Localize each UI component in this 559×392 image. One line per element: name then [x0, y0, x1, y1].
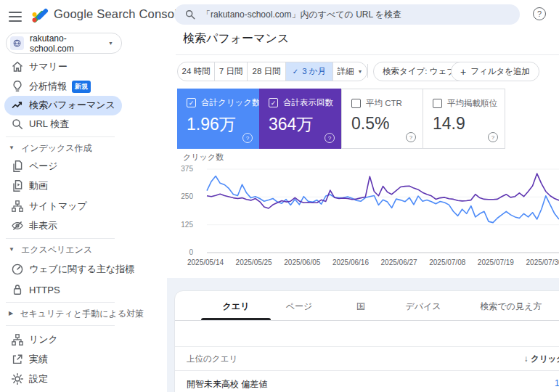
tab-search-appearance[interactable]: 検索での見え方 [481, 301, 542, 313]
metric-value: 14.9 [433, 114, 465, 134]
range-28d-button[interactable]: 28 日間 [247, 62, 285, 81]
metric-label: 合計クリック数 [201, 97, 261, 108]
sidebar-item-label: 検索パフォーマンス [29, 99, 115, 112]
sidebar-item-label: 分析情報 [29, 80, 67, 93]
search-console-logo-icon [30, 6, 49, 23]
range-24h-button[interactable]: 24 時間 [178, 62, 214, 81]
sidebar-item-label: リンク [29, 333, 58, 346]
tab-queries[interactable]: クエリ [223, 301, 250, 313]
triangle-down-icon: ▼ [9, 247, 15, 253]
metric-label: 平均 CTR [366, 98, 402, 109]
sidebar-item-achievements[interactable]: 実績 [0, 350, 167, 369]
metric-card-total-clicks[interactable]: ✓ 合計クリック数 1.96万 ? [177, 89, 259, 149]
help-icon[interactable]: ? [406, 132, 416, 142]
section-experience[interactable]: ▼ エクスペリエンス [0, 244, 167, 256]
property-icon [10, 36, 24, 50]
divider [175, 370, 559, 371]
metric-label: 合計表示回数 [283, 97, 333, 108]
y-axis-tick: 250 [170, 192, 193, 200]
sidebar-item-sitemaps[interactable]: サイトマップ [0, 197, 167, 216]
section-label: セキュリティと手動による対策 [20, 308, 144, 320]
sidebar-item-links[interactable]: リンク [0, 330, 167, 349]
divider [6, 136, 115, 137]
section-indexing[interactable]: ▼ インデックス作成 [0, 142, 167, 154]
metric-card-average-position[interactable]: 平均掲載順位 14.9 ? [423, 89, 505, 149]
checkbox-checked-icon[interactable]: ✓ [269, 98, 278, 107]
help-icon[interactable]: ? [488, 132, 498, 142]
search-placeholder: 「rakutano-school.com」内のすべての URL を検査 [202, 9, 401, 21]
divider [6, 325, 115, 326]
help-icon[interactable]: ? [242, 133, 253, 143]
performance-icon [11, 99, 24, 112]
triangle-down-icon: ▼ [9, 145, 15, 151]
x-axis-tick: 2025/07/19 [478, 258, 514, 266]
checkbox-checked-icon[interactable]: ✓ [187, 98, 196, 107]
sidebar-item-settings[interactable]: 設定 [0, 369, 167, 388]
check-icon: ✓ [293, 68, 298, 75]
sidebar-item-insights[interactable]: 分析情報 新規 [0, 77, 167, 96]
metric-value: 0.5% [351, 114, 389, 134]
property-selector[interactable]: rakutano-school.com ▼ [6, 33, 122, 54]
sidebar-item-https[interactable]: HTTPS [0, 280, 167, 299]
metric-card-total-impressions[interactable]: ✓ 合計表示回数 364万 ? [259, 89, 341, 149]
sidebar-item-label: ウェブに関する主な指標 [29, 263, 134, 276]
x-axis-tick: 2025/06/27 [381, 258, 417, 266]
sidebar-item-summary[interactable]: サマリー [0, 57, 167, 76]
checkbox-unchecked-icon[interactable] [351, 99, 361, 108]
triangle-right-icon: ▶ [9, 311, 13, 317]
property-name: rakutano-school.com [30, 33, 108, 54]
divider [6, 302, 115, 303]
magnifier-icon [11, 118, 24, 131]
google-search-console-window: Google Search Console 「rakutano-school.c… [0, 0, 559, 392]
metric-label: 平均掲載順位 [447, 98, 497, 109]
eye-off-icon [11, 219, 24, 232]
chart-line [207, 176, 559, 223]
metric-card-average-ctr[interactable]: 平均 CTR 0.5% ? [341, 89, 423, 149]
sidebar-item-search-performance[interactable]: 検索パフォーマンス [0, 96, 167, 115]
pages-icon [11, 160, 24, 173]
range-custom-button[interactable]: 詳細 ▼ [332, 62, 367, 81]
x-axis-tick: 2025/06/05 [284, 258, 320, 266]
date-range-selector: 24 時間 7 日間 28 日間 ✓ 3 か月 詳細 ▼ [177, 62, 367, 81]
sitemap-icon [11, 200, 24, 213]
sidebar-item-core-web-vitals[interactable]: ウェブに関する主な指標 [0, 260, 167, 279]
tab-countries[interactable]: 国 [356, 301, 365, 313]
y-axis-tick: 125 [170, 221, 193, 229]
table-header-queries[interactable]: 上位のクエリ [187, 354, 237, 364]
divider [175, 320, 559, 321]
tab-devices[interactable]: デバイス [405, 301, 441, 313]
top-header: Google Search Console 「rakutano-school.c… [0, 0, 559, 29]
checkbox-unchecked-icon[interactable] [433, 99, 442, 108]
help-icon[interactable]: ? [533, 7, 546, 20]
section-security-manual-actions[interactable]: ▶ セキュリティと手動による対策 [0, 308, 167, 319]
sidebar-item-label: 設定 [29, 372, 48, 385]
table-row-query[interactable]: 開智未来高校 偏差値 [187, 378, 267, 391]
sidebar-item-removals[interactable]: 非表示 [0, 216, 167, 235]
help-icon[interactable]: ? [325, 133, 335, 143]
sidebar-item-videos[interactable]: 動画 [0, 176, 167, 195]
table-header-clicks[interactable]: ↓ クリック数 [524, 354, 559, 364]
sidebar-item-url-inspection[interactable]: URL 検査 [0, 115, 167, 134]
y-axis-tick: 375 [170, 165, 193, 173]
question-glyph: ? [537, 9, 542, 18]
search-icon [184, 9, 196, 20]
gauge-icon [11, 263, 24, 276]
links-icon [11, 333, 24, 346]
y-axis-tick: 0 [170, 248, 193, 256]
range-7d-button[interactable]: 7 日間 [214, 62, 247, 81]
x-axis-tick: 2025/07/30 [526, 258, 559, 266]
url-inspect-search-bar[interactable]: 「rakutano-school.com」内のすべての URL を検査 [174, 4, 520, 25]
menu-icon[interactable] [9, 9, 22, 25]
tab-pages[interactable]: ページ [286, 301, 313, 313]
sidebar-item-label: URL 検査 [29, 118, 69, 131]
section-label: インデックス作成 [21, 142, 92, 155]
x-axis-tick: 2025/05/25 [236, 258, 272, 266]
gear-icon [11, 372, 24, 385]
add-filter-button[interactable]: + フィルタを追加 [451, 62, 539, 81]
sort-desc-icon: ↓ [524, 354, 529, 363]
sidebar-item-label: ページ [29, 160, 58, 173]
sidebar-item-pages[interactable]: ページ [0, 157, 167, 176]
sidebar-item-label: 動画 [29, 179, 48, 192]
video-pages-icon [11, 179, 24, 192]
range-3mo-button[interactable]: ✓ 3 か月 [285, 62, 332, 81]
